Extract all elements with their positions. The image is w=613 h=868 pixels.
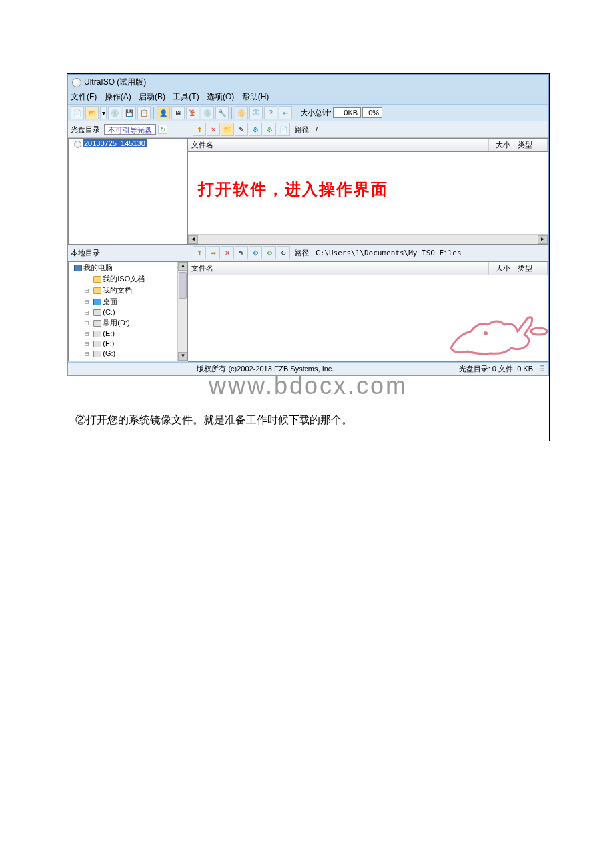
local-settings-icon[interactable]: ⚙ bbox=[249, 246, 262, 259]
open-button[interactable]: 📂 bbox=[85, 106, 99, 119]
tree-cd-h[interactable]: ⊞ CD 驱动器(H:) bbox=[82, 359, 177, 361]
add-file-button[interactable]: 👤 bbox=[157, 106, 170, 119]
disc-path-label: 路径: bbox=[295, 125, 311, 135]
info-button[interactable]: ⓘ bbox=[249, 106, 263, 119]
disc-tree[interactable]: 20130725_145130 bbox=[68, 138, 188, 245]
tree-drive-c[interactable]: ⊞ (C:) bbox=[82, 307, 177, 317]
disc-list-body[interactable]: 打开软件，进入操作界面 ◄ ► bbox=[188, 152, 548, 245]
scroll-down-icon[interactable]: ▼ bbox=[178, 352, 188, 361]
gear-icon[interactable]: ⚙ bbox=[263, 123, 276, 136]
menu-operation[interactable]: 操作(A) bbox=[105, 92, 131, 101]
disc-type-field[interactable]: 不可引导光盘 bbox=[104, 124, 156, 135]
svg-point-0 bbox=[484, 331, 488, 335]
col-type[interactable]: 类型 bbox=[514, 262, 548, 275]
title-bar[interactable]: UltraISO (试用版) bbox=[68, 75, 548, 90]
folder-icon bbox=[93, 287, 101, 294]
separator bbox=[231, 107, 232, 119]
checksum-button[interactable]: 🔧 bbox=[215, 106, 229, 119]
disc-stats: 光盘目录: 0 文件, 0 KB bbox=[459, 364, 533, 374]
menu-options[interactable]: 选项(O) bbox=[207, 92, 234, 101]
local-split: 我的电脑 ┊ 我的ISO文档 ⊞ 我的文档 ⊞ 桌面 ⊞ (C:) ⊞ 常用(D… bbox=[68, 261, 548, 362]
local-gear-icon[interactable]: ⚙ bbox=[263, 246, 276, 259]
compress-button[interactable]: 🗜 bbox=[186, 106, 199, 119]
app-icon bbox=[72, 78, 81, 87]
resize-grip-icon[interactable]: ⣿ bbox=[540, 364, 544, 374]
convert-button[interactable]: 📀 bbox=[235, 106, 248, 119]
local-up-button[interactable]: ⬆ bbox=[193, 246, 206, 259]
local-dir-label: 本地目录: bbox=[71, 249, 102, 257]
window-title: UltraISO (试用版) bbox=[84, 77, 146, 88]
main-toolbar: 📄 📂 ▾ 💿 💾 📋 👤 🖥 🗜 💿 🔧 📀 ⓘ ? ⇤ 大小总计: 0KB … bbox=[68, 104, 548, 121]
local-dir-bar: 本地目录: ⬆ ➡ ✕ ✎ ⚙ ⚙ ↻ 路径: C:\Users\1\Docum… bbox=[68, 245, 548, 261]
local-path-label: 路径: bbox=[295, 248, 311, 258]
doc-icon[interactable]: 📄 bbox=[277, 123, 290, 136]
col-size[interactable]: 大小 bbox=[489, 139, 514, 151]
percent-value: 0% bbox=[362, 107, 382, 118]
svg-point-1 bbox=[531, 328, 547, 335]
tree-drive-d[interactable]: ⊞ 常用(D:) bbox=[82, 317, 177, 329]
disc-root-label: 20130725_145130 bbox=[83, 139, 147, 147]
tree-drive-g[interactable]: ⊞ (G:) bbox=[82, 349, 177, 359]
exit-button[interactable]: ⇤ bbox=[279, 106, 292, 119]
col-type[interactable]: 类型 bbox=[514, 139, 548, 151]
annotation-text: 打开软件，进入操作界面 bbox=[198, 179, 548, 200]
local-fwd-button[interactable]: ➡ bbox=[207, 246, 220, 259]
separator bbox=[153, 107, 154, 119]
ultraiso-window: UltraISO (试用版) 文件(F) 操作(A) 启动(B) 工具(T) 选… bbox=[67, 74, 549, 376]
menu-bar: 文件(F) 操作(A) 启动(B) 工具(T) 选项(O) 帮助(H) bbox=[68, 90, 548, 104]
scroll-up-icon[interactable]: ▲ bbox=[178, 262, 188, 271]
disk-icon bbox=[93, 309, 101, 316]
scroll-thumb[interactable] bbox=[179, 272, 187, 299]
local-list-body[interactable] bbox=[188, 275, 548, 362]
cd-button[interactable]: 💿 bbox=[108, 106, 121, 119]
burn-button[interactable]: 💿 bbox=[201, 106, 214, 119]
disc-dir-label: 光盘目录: bbox=[71, 125, 102, 135]
new-folder-button[interactable]: 📁 bbox=[221, 123, 234, 136]
local-tree[interactable]: 我的电脑 ┊ 我的ISO文档 ⊞ 我的文档 ⊞ 桌面 ⊞ (C:) ⊞ 常用(D… bbox=[68, 261, 188, 361]
local-refresh-icon[interactable]: ↻ bbox=[277, 246, 290, 259]
menu-file[interactable]: 文件(F) bbox=[71, 92, 97, 101]
dropdown-arrow[interactable]: ▾ bbox=[100, 106, 107, 119]
settings-icon[interactable]: ⚙ bbox=[249, 123, 262, 136]
tree-my-iso[interactable]: ┊ 我的ISO文档 bbox=[82, 273, 177, 285]
disc-split: 20130725_145130 文件名 大小 类型 打开软件，进入操作界面 ◄ … bbox=[68, 138, 548, 245]
saveas-button[interactable]: 📋 bbox=[137, 106, 151, 119]
col-filename[interactable]: 文件名 bbox=[188, 262, 489, 275]
tree-my-docs[interactable]: ⊞ 我的文档 bbox=[82, 285, 177, 296]
tree-desktop[interactable]: ⊞ 桌面 bbox=[82, 296, 177, 307]
menu-tools[interactable]: 工具(T) bbox=[173, 92, 199, 101]
mount-button[interactable]: 🖥 bbox=[171, 106, 185, 119]
total-label: 大小总计: bbox=[301, 108, 332, 118]
local-edit-button[interactable]: ✎ bbox=[235, 246, 248, 259]
tree-drive-e[interactable]: ⊞ (E:) bbox=[82, 329, 177, 339]
delete-button[interactable]: ✕ bbox=[207, 123, 220, 136]
col-filename[interactable]: 文件名 bbox=[188, 139, 489, 151]
h-scrollbar[interactable]: ◄ ► bbox=[188, 234, 548, 244]
help-icon-button[interactable]: ? bbox=[264, 106, 277, 119]
col-size[interactable]: 大小 bbox=[489, 262, 514, 275]
disc-path: / bbox=[316, 125, 318, 133]
tree-drive-f[interactable]: ⊞ (F:) bbox=[82, 339, 177, 349]
desktop-icon bbox=[93, 299, 101, 305]
caption-text: ②打开您的系统镜像文件。就是准备工作时候下载的那个。 bbox=[67, 400, 549, 427]
disc-refresh-icon[interactable]: ↻ bbox=[158, 125, 167, 134]
rename-button[interactable]: ✎ bbox=[235, 123, 248, 136]
scroll-right-icon[interactable]: ► bbox=[538, 235, 548, 244]
computer-icon bbox=[74, 265, 82, 271]
disk-icon bbox=[93, 320, 101, 327]
total-value: 0KB bbox=[333, 107, 361, 118]
tree-my-computer[interactable]: 我的电脑 bbox=[71, 262, 177, 273]
disc-tree-root[interactable]: 20130725_145130 bbox=[71, 139, 187, 149]
save-button[interactable]: 💾 bbox=[123, 106, 136, 119]
new-button[interactable]: 📄 bbox=[71, 106, 84, 119]
up-button[interactable]: ⬆ bbox=[193, 123, 206, 136]
menu-help[interactable]: 帮助(H) bbox=[242, 92, 269, 101]
v-scrollbar[interactable]: ▲ ▼ bbox=[177, 262, 187, 361]
scroll-left-icon[interactable]: ◄ bbox=[188, 235, 198, 244]
local-delete-button[interactable]: ✕ bbox=[221, 246, 234, 259]
disk-icon bbox=[93, 331, 101, 337]
cd-icon bbox=[74, 141, 81, 148]
menu-boot[interactable]: 启动(B) bbox=[139, 92, 165, 101]
disk-icon bbox=[93, 351, 101, 357]
disk-icon bbox=[93, 341, 101, 347]
